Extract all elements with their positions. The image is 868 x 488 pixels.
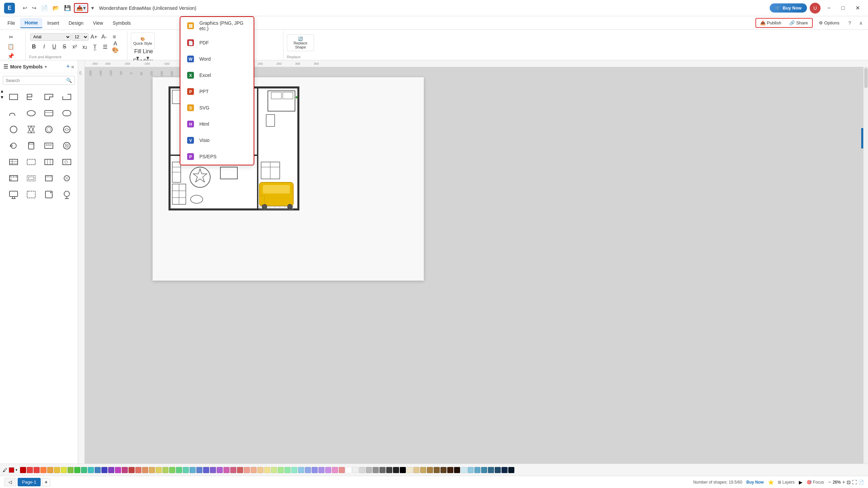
color-swatch[interactable] — [447, 467, 453, 473]
menu-file[interactable]: File — [3, 18, 20, 28]
play-button[interactable]: ▶ — [799, 480, 803, 485]
color-swatch[interactable] — [318, 467, 324, 473]
color-swatch[interactable] — [508, 467, 514, 473]
panel-menu-icon[interactable]: ☰ — [3, 63, 8, 70]
shape-item[interactable] — [6, 171, 21, 186]
color-swatch[interactable] — [54, 467, 60, 473]
open-file-button[interactable]: 📂 — [51, 4, 61, 12]
color-swatch[interactable] — [420, 467, 426, 473]
shape-item[interactable] — [59, 155, 74, 169]
quick-style-button[interactable]: 🎨 Quick Style — [131, 33, 155, 49]
pen-color-button[interactable]: 🖊 — [3, 467, 7, 473]
color-swatch[interactable] — [434, 467, 440, 473]
export-item-visio[interactable]: VVisio — [180, 132, 254, 148]
shape-item[interactable] — [6, 138, 21, 153]
color-swatch[interactable] — [461, 467, 467, 473]
color-swatch[interactable] — [257, 467, 263, 473]
color-swatch[interactable] — [352, 467, 358, 473]
bold-button[interactable]: B — [29, 42, 39, 51]
shape-item[interactable] — [41, 187, 56, 202]
shape-item[interactable] — [59, 187, 74, 202]
redo-button[interactable]: ↪ — [30, 4, 38, 12]
add-symbol-button[interactable]: + — [66, 63, 70, 70]
color-swatch[interactable] — [379, 467, 386, 473]
menu-design[interactable]: Design — [64, 18, 88, 28]
color-swatch[interactable] — [162, 467, 169, 473]
shape-item[interactable] — [59, 122, 74, 137]
underline-button[interactable]: U — [50, 42, 59, 51]
minimize-button[interactable]: − — [823, 4, 834, 13]
color-swatch[interactable] — [183, 467, 189, 473]
font-family-select[interactable]: Arial — [30, 33, 71, 41]
color-swatch[interactable] — [129, 467, 135, 473]
buy-now-button[interactable]: 🛒 Buy Now — [770, 3, 807, 13]
options-button[interactable]: ⚙ Options — [815, 19, 843, 27]
color-swatch[interactable] — [67, 467, 74, 473]
color-swatch[interactable] — [454, 467, 460, 473]
color-swatch[interactable] — [271, 467, 277, 473]
shape-item[interactable] — [41, 106, 56, 121]
color-swatch[interactable] — [176, 467, 182, 473]
shape-item[interactable] — [24, 155, 39, 169]
superscript-button[interactable]: x² — [70, 42, 79, 51]
color-swatch[interactable] — [427, 467, 433, 473]
color-swatch[interactable] — [339, 467, 345, 473]
color-swatch[interactable] — [115, 467, 121, 473]
close-button[interactable]: ✕ — [851, 3, 864, 13]
color-swatch[interactable] — [305, 467, 311, 473]
italic-button[interactable]: I — [39, 42, 49, 51]
color-swatch[interactable] — [440, 467, 447, 473]
export-item-graphics[interactable]: 🖼Graphics (PNG, JPG etc.) — [180, 17, 254, 35]
color-swatch[interactable] — [34, 467, 40, 473]
color-swatch[interactable] — [203, 467, 209, 473]
page-tab-1[interactable]: Page-1 — [18, 478, 41, 486]
color-swatch[interactable] — [101, 467, 107, 473]
shape-item[interactable] — [24, 138, 39, 153]
color-dropdown-button[interactable]: ▾ — [16, 468, 17, 472]
export-button[interactable]: 📤▾ — [74, 3, 88, 13]
shapes-scroll-down[interactable]: ▼ — [0, 95, 4, 100]
shape-item[interactable] — [6, 155, 21, 169]
menu-home[interactable]: Home — [20, 18, 43, 28]
search-input[interactable] — [6, 78, 66, 83]
scrollbar-thumb[interactable] — [864, 68, 868, 88]
color-swatch[interactable] — [468, 467, 474, 473]
shape-item[interactable] — [41, 122, 56, 137]
color-indicator[interactable] — [9, 467, 14, 473]
color-swatch[interactable] — [346, 467, 352, 473]
shape-item[interactable] — [6, 89, 21, 104]
vertical-scrollbar[interactable] — [863, 67, 868, 464]
fullscreen-button[interactable]: ⛶ — [852, 480, 857, 485]
color-swatch[interactable] — [373, 467, 379, 473]
color-swatch[interactable] — [251, 467, 257, 473]
color-swatch[interactable] — [217, 467, 223, 473]
shape-item[interactable] — [6, 122, 21, 137]
color-swatch[interactable] — [413, 467, 419, 473]
color-swatch[interactable] — [291, 467, 297, 473]
shape-item[interactable] — [6, 106, 21, 121]
fit-page-button[interactable]: 📄 — [858, 480, 864, 485]
publish-button[interactable]: 📤 Publish — [756, 19, 786, 27]
export-item-word[interactable]: WWord — [180, 51, 254, 67]
export-item-svg[interactable]: SSVG — [180, 100, 254, 116]
panel-title-arrow[interactable]: ▾ — [45, 64, 47, 69]
zoom-out-button[interactable]: − — [828, 479, 831, 485]
maximize-button[interactable]: □ — [837, 4, 849, 13]
color-swatch[interactable] — [393, 467, 399, 473]
add-page-button[interactable]: + — [42, 478, 50, 486]
shape-item[interactable] — [24, 89, 39, 104]
ribbon-collapse-button[interactable]: ∧ — [856, 19, 865, 27]
strikethrough-button[interactable]: S — [60, 42, 69, 51]
color-swatch[interactable] — [210, 467, 216, 473]
shape-item[interactable] — [41, 171, 56, 186]
color-swatch[interactable] — [88, 467, 94, 473]
color-swatch[interactable] — [481, 467, 487, 473]
color-swatch[interactable] — [407, 467, 413, 473]
color-swatch[interactable] — [142, 467, 148, 473]
color-swatch[interactable] — [156, 467, 162, 473]
color-swatch[interactable] — [74, 467, 80, 473]
color-swatch[interactable] — [359, 467, 365, 473]
export-item-pseps[interactable]: PPS/EPS — [180, 148, 254, 165]
focus-button[interactable]: 🎯 Focus — [807, 480, 824, 485]
color-swatch[interactable] — [95, 467, 101, 473]
